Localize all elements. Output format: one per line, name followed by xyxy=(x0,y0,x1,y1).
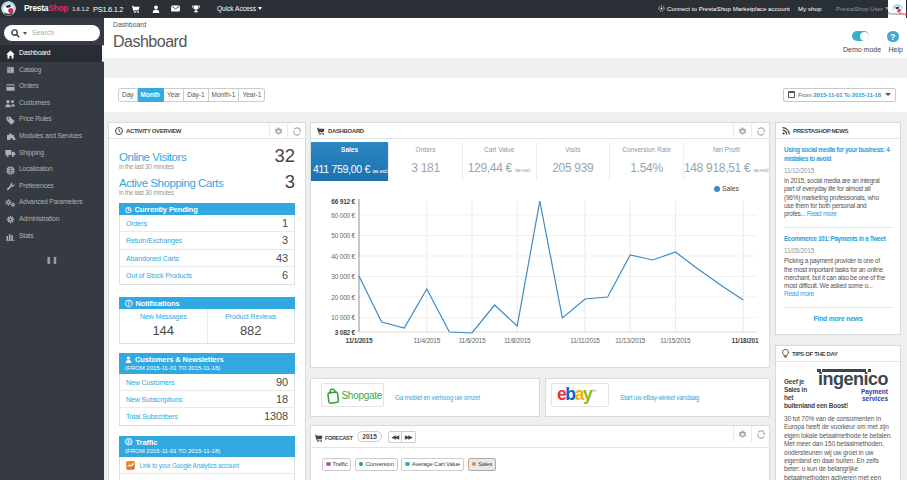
svg-text:11/4/2015: 11/4/2015 xyxy=(413,337,440,344)
svg-text:11/8/2015: 11/8/2015 xyxy=(504,337,531,344)
svg-text:11/11/2015: 11/11/2015 xyxy=(570,337,600,344)
svg-text:11/15/2015: 11/15/2015 xyxy=(660,337,691,344)
svg-text:11/6/2015: 11/6/2015 xyxy=(459,337,486,344)
svg-text:30 000 €: 30 000 € xyxy=(331,273,355,280)
svg-text:3 082 €: 3 082 € xyxy=(335,329,356,336)
svg-text:50 000 €: 50 000 € xyxy=(331,232,355,239)
svg-text:10 000 €: 10 000 € xyxy=(331,314,355,321)
svg-text:11/13/2015: 11/13/2015 xyxy=(615,337,646,344)
svg-text:40 000 €: 40 000 € xyxy=(331,253,355,260)
svg-text:60 000 €: 60 000 € xyxy=(331,212,355,219)
svg-text:11/18/201: 11/18/201 xyxy=(732,337,759,344)
svg-text:20 000 €: 20 000 € xyxy=(331,294,355,301)
svg-text:66 912 €: 66 912 € xyxy=(331,198,355,205)
svg-text:11/1/2015: 11/1/2015 xyxy=(346,337,373,344)
